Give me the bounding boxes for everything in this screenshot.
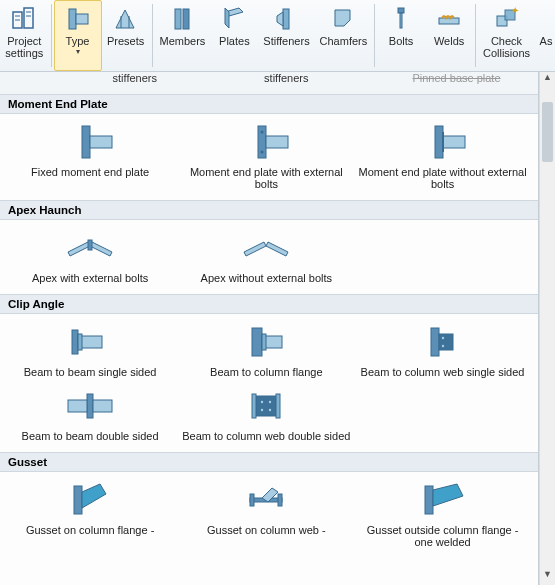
svg-rect-32 — [88, 240, 92, 250]
item-label: Beam to beam double sided — [22, 430, 159, 442]
gallery-item[interactable]: Beam to column web single sided — [354, 318, 530, 382]
svg-rect-61 — [425, 486, 433, 514]
item-label: Beam to beam single sided — [24, 366, 157, 378]
svg-marker-14 — [277, 12, 283, 26]
scroll-up-icon[interactable]: ▲ — [540, 72, 555, 88]
gallery-item[interactable]: Apex with external bolts — [2, 224, 178, 288]
gallery-item[interactable]: Fixed moment end plate — [2, 118, 178, 194]
thumb-icon — [62, 228, 118, 268]
item-label: Gusset on column web - — [207, 524, 326, 536]
svg-text:✦: ✦ — [511, 6, 519, 16]
item-label: Apex without external bolts — [201, 272, 332, 284]
svg-rect-45 — [87, 394, 93, 418]
plates-button[interactable]: Plates — [210, 0, 258, 71]
gallery-item[interactable]: Moment end plate with external bolts — [178, 118, 354, 194]
svg-marker-30 — [68, 242, 90, 256]
svg-rect-24 — [266, 136, 288, 148]
project-settings-button[interactable]: Project settings — [0, 0, 49, 71]
svg-rect-47 — [93, 400, 112, 412]
svg-rect-17 — [439, 18, 459, 24]
ribbon-separator — [374, 4, 375, 67]
svg-rect-49 — [252, 394, 256, 418]
section-header-clip-angle: Clip Angle — [0, 294, 538, 314]
svg-point-25 — [261, 131, 264, 134]
gallery-item[interactable]: Moment end plate without external bolts — [354, 118, 530, 194]
partial-icon — [539, 5, 553, 33]
members-label: Members — [160, 35, 206, 47]
svg-rect-11 — [175, 9, 181, 29]
thumb-icon — [62, 322, 118, 362]
bolts-label: Bolts — [389, 35, 413, 47]
welds-button[interactable]: Welds — [425, 0, 473, 71]
svg-rect-16 — [400, 13, 402, 28]
type-dropdown-button[interactable]: Type ▾ — [54, 0, 102, 71]
check-collisions-label: Check Collisions — [483, 35, 530, 59]
partial-row-above: stiffeners stiffeners Pinned base plate — [0, 72, 538, 94]
check-collisions-button[interactable]: ✦ Check Collisions — [478, 0, 535, 71]
gallery-scroll-area: stiffeners stiffeners Pinned base plate … — [0, 72, 555, 585]
svg-rect-38 — [252, 328, 262, 356]
gallery-item[interactable]: Beam to beam single sided — [2, 318, 178, 382]
scroll-down-icon[interactable]: ▼ — [540, 569, 555, 585]
type-label: Type — [66, 35, 90, 47]
gallery-item[interactable]: Gusset on column web - — [178, 476, 354, 552]
presets-label: Presets — [107, 35, 144, 47]
gallery-item[interactable]: Gusset outside column flange - one welde… — [354, 476, 530, 552]
svg-point-43 — [441, 337, 443, 339]
check-collisions-icon: ✦ — [492, 5, 520, 33]
scroll-thumb[interactable] — [542, 102, 553, 162]
stiffeners-button[interactable]: Stiffeners — [258, 0, 314, 71]
svg-rect-37 — [78, 334, 82, 350]
svg-point-26 — [261, 151, 264, 154]
thumb-icon — [238, 122, 294, 162]
item-label: Beam to column flange — [210, 366, 323, 378]
vertical-scrollbar[interactable]: ▲ ▼ — [539, 72, 555, 585]
chamfers-button[interactable]: Chamfers — [315, 0, 373, 71]
type-icon — [64, 5, 92, 33]
chamfers-icon — [329, 5, 357, 33]
thumb-icon — [415, 322, 471, 362]
svg-rect-12 — [183, 9, 189, 29]
gallery-item[interactable]: Apex without external bolts — [178, 224, 354, 288]
item-label: Moment end plate with external bolts — [182, 166, 350, 190]
svg-rect-41 — [431, 328, 439, 356]
gallery-item[interactable]: Beam to column web double sided — [178, 382, 354, 446]
svg-rect-42 — [439, 334, 453, 350]
partial-label-mid: stiffeners — [178, 72, 356, 94]
ribbon-separator — [152, 4, 153, 67]
item-label: Beam to column web single sided — [361, 366, 525, 378]
svg-point-44 — [441, 345, 443, 347]
gallery-item[interactable]: Beam to beam double sided — [2, 382, 178, 446]
item-label: Gusset on column flange - — [26, 524, 154, 536]
ribbon-partial-button[interactable]: As — [535, 0, 555, 71]
gallery-item[interactable]: Beam to column flange — [178, 318, 354, 382]
stiffeners-icon — [272, 5, 300, 33]
thumb-icon — [415, 480, 471, 520]
item-label: Gusset outside column flange - one welde… — [358, 524, 526, 548]
svg-rect-15 — [398, 8, 404, 13]
svg-point-52 — [261, 409, 263, 411]
members-icon — [168, 5, 196, 33]
gallery-item[interactable]: Gusset on column flange - — [2, 476, 178, 552]
presets-button[interactable]: Presets — [102, 0, 150, 71]
plates-icon — [220, 5, 248, 33]
svg-marker-33 — [244, 242, 266, 256]
thumb-icon — [238, 228, 294, 268]
type-gallery: stiffeners stiffeners Pinned base plate … — [0, 72, 539, 585]
bolts-button[interactable]: Bolts — [377, 0, 425, 71]
thumb-icon — [415, 122, 471, 162]
presets-icon — [112, 5, 140, 33]
welds-label: Welds — [434, 35, 464, 47]
members-button[interactable]: Members — [155, 0, 211, 71]
section-grid-apex-haunch: Apex with external bolts Apex without ex… — [0, 220, 538, 294]
partial-label: As — [540, 35, 553, 47]
svg-rect-7 — [76, 14, 88, 24]
bolts-icon — [387, 5, 415, 33]
svg-rect-1 — [24, 8, 33, 28]
thumb-icon — [62, 122, 118, 162]
thumb-icon — [238, 386, 294, 426]
svg-point-54 — [269, 409, 271, 411]
project-settings-label: Project settings — [5, 35, 43, 59]
thumb-icon — [62, 480, 118, 520]
svg-rect-6 — [69, 9, 76, 29]
